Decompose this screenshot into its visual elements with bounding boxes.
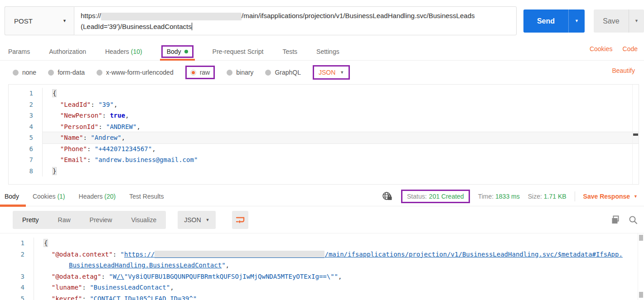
code-content[interactable]: "LeadId": "39", (43, 99, 639, 110)
code-token: "Email" (60, 156, 87, 163)
view-tab-pretty[interactable]: Pretty (13, 216, 48, 224)
code-link[interactable]: https:// (124, 251, 155, 258)
scrollbar-thumb[interactable] (639, 292, 643, 298)
code-token: , (152, 145, 155, 152)
response-tab-test-results[interactable]: Test Results (129, 193, 164, 200)
line-number: 1 (9, 88, 43, 99)
send-options-button[interactable]: ▼ (568, 10, 585, 33)
code-link[interactable]: /main/ifsapplications/projection/v1/Busi… (324, 251, 622, 258)
code-link[interactable]: BusinessLeadHandling.BusinessLeadContact (69, 262, 222, 269)
code-content[interactable]: "PersonId": "ANDREW", (43, 121, 639, 133)
method-dropdown[interactable]: POST ▼ (5, 6, 74, 35)
body-content-dot (184, 50, 188, 53)
redacted-segment (155, 251, 324, 258)
copy-icon[interactable] (611, 215, 620, 224)
tab-authorization[interactable]: Authorization (49, 48, 86, 55)
tab-pre-request-script[interactable]: Pre-request Script (213, 48, 264, 55)
code-content[interactable]: { (43, 88, 639, 99)
scrollbar-thumb[interactable] (633, 133, 638, 136)
code-link[interactable]: Code (623, 45, 638, 52)
code-line: 5 "Name": "Andrew", (9, 132, 639, 143)
code-token: , (136, 123, 140, 130)
view-tab-preview[interactable]: Preview (80, 216, 122, 224)
code-content[interactable]: "luname": "BusinessLeadContact", (34, 282, 644, 293)
line-number (0, 260, 34, 271)
save-response-button[interactable]: Save Response ▼ (583, 193, 638, 200)
code-token: "luname" (52, 284, 82, 291)
save-button[interactable]: Save (594, 10, 629, 33)
code-token: : (82, 295, 90, 300)
line-number: 6 (9, 143, 43, 155)
code-token: , (197, 295, 200, 300)
tab-body[interactable]: Body (161, 45, 194, 58)
beautify-link[interactable]: Beautify (612, 67, 635, 74)
request-body-editor[interactable]: 1{2 "LeadId": "39",3 "NewPerson": true,4… (8, 84, 639, 185)
code-token: , (226, 262, 229, 269)
response-format-dropdown[interactable]: JSON ▼ (178, 211, 216, 229)
radio-none[interactable]: none (13, 69, 36, 76)
save-options-button[interactable]: ▼ (629, 10, 644, 33)
radio-graphql[interactable]: GraphQL (265, 69, 301, 76)
response-tab-cookies[interactable]: Cookies (1) (33, 193, 65, 200)
code-content[interactable]: "NewPerson": true, (43, 110, 639, 121)
request-editor-scrollbar[interactable] (632, 85, 639, 184)
request-links: Cookies Code (590, 45, 638, 52)
response-size: Size: 1.71 KB (528, 193, 567, 200)
tab-headers[interactable]: Headers (10) (105, 48, 142, 55)
code-token: } (53, 167, 56, 175)
wrap-text-button[interactable] (232, 211, 248, 229)
code-token: : (101, 273, 109, 280)
view-tab-visualize[interactable]: Visualize (121, 216, 166, 224)
radio-raw[interactable]: raw (185, 66, 215, 79)
tab-settings[interactable]: Settings (316, 48, 339, 55)
code-token: : (82, 284, 90, 291)
radio-x-www-form-urlencoded[interactable]: x-www-form-urlencoded (97, 69, 174, 76)
scrollbar-thumb[interactable] (639, 235, 643, 241)
search-icon[interactable] (629, 215, 638, 224)
code-content[interactable]: } (43, 166, 639, 177)
line-number: 2 (9, 99, 43, 110)
code-line: 1{ (9, 88, 639, 99)
code-token: "PersonId" (60, 123, 98, 130)
code-token: "W (109, 273, 116, 280)
code-content[interactable]: "Name": "Andrew", (43, 132, 639, 143)
code-token: "Andrew" (91, 134, 121, 141)
tab-tests[interactable]: Tests (282, 48, 297, 55)
code-line: 7 "Email": "andrew.business@gmail.com" (9, 154, 639, 166)
send-button[interactable]: Send (523, 10, 568, 33)
response-tab-body[interactable]: Body (5, 193, 19, 200)
response-tab-headers[interactable]: Headers (20) (79, 193, 116, 200)
code-content[interactable]: "keyref": "CONTACT_ID=105^LEAD_ID=39^", (34, 293, 644, 300)
code-line: 3 "@odata.etag": "W/\"Vy8iQUFBU1BGQUNPQU… (0, 271, 644, 282)
radio-binary[interactable]: binary (227, 69, 253, 76)
network-globe-lock-icon[interactable] (382, 191, 393, 201)
line-number: 5 (9, 132, 43, 143)
radio-icon (48, 70, 54, 76)
response-editor-scrollbar[interactable] (638, 233, 644, 300)
code-content[interactable]: "@odata.etag": "W/\"Vy8iQUFBU1BGQUNPQUFB… (34, 271, 644, 282)
send-button-group: Send ▼ (523, 10, 585, 33)
radio-icon (265, 70, 271, 76)
code-line: 4 "luname": "BusinessLeadContact", (0, 282, 644, 293)
line-number: 3 (0, 271, 34, 282)
tab-params[interactable]: Params (8, 48, 30, 55)
url-input[interactable]: https:///main/ifsapplications/projection… (74, 6, 517, 35)
code-token: "keyref" (52, 295, 82, 300)
code-content[interactable]: "@odata.context": "https:///main/ifsappl… (34, 249, 644, 260)
view-tab-raw[interactable]: Raw (48, 216, 80, 224)
line-number: 1 (0, 238, 34, 249)
code-link[interactable]: /\ (116, 273, 124, 280)
code-content[interactable]: { (34, 238, 644, 249)
code-token: "Name" (60, 134, 83, 141)
body-format-dropdown[interactable]: JSON ▼ (313, 65, 350, 80)
cookies-link[interactable]: Cookies (590, 45, 613, 52)
code-token: , (114, 101, 117, 108)
line-number: 2 (0, 249, 34, 260)
chevron-down-icon: ▼ (63, 19, 67, 23)
code-content[interactable]: "Email": "andrew.business@gmail.com" (43, 154, 639, 166)
response-body-editor[interactable]: 1{2 "@odata.context": "https:///main/ifs… (0, 233, 644, 300)
code-content[interactable]: "Phone": "+442071234567", (43, 143, 639, 155)
radio-form-data[interactable]: form-data (48, 69, 85, 76)
code-token: "@odata.etag" (52, 273, 102, 280)
code-content[interactable]: BusinessLeadHandling.BusinessLeadContact… (34, 260, 644, 271)
